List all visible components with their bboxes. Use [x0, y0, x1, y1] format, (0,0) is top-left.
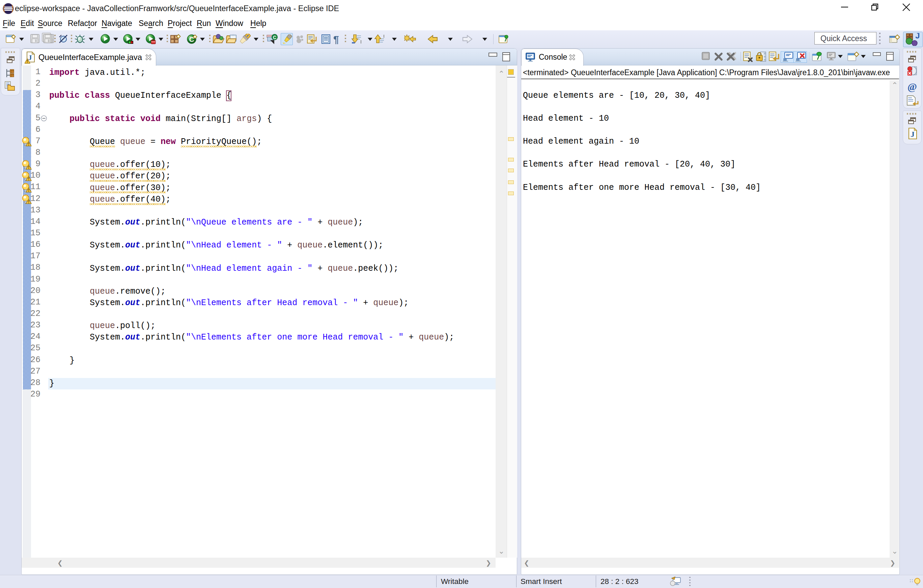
- svg-text:!: !: [28, 188, 30, 193]
- svg-text:!: !: [27, 59, 28, 64]
- svg-text:C: C: [273, 35, 276, 40]
- svg-text:!: !: [28, 177, 30, 182]
- svg-text:!: !: [28, 200, 30, 204]
- svg-text:J: J: [28, 53, 32, 62]
- svg-text:!: !: [28, 142, 30, 147]
- svg-text:J: J: [910, 130, 915, 139]
- svg-text:!: !: [28, 165, 30, 170]
- svg-text:J: J: [915, 33, 920, 40]
